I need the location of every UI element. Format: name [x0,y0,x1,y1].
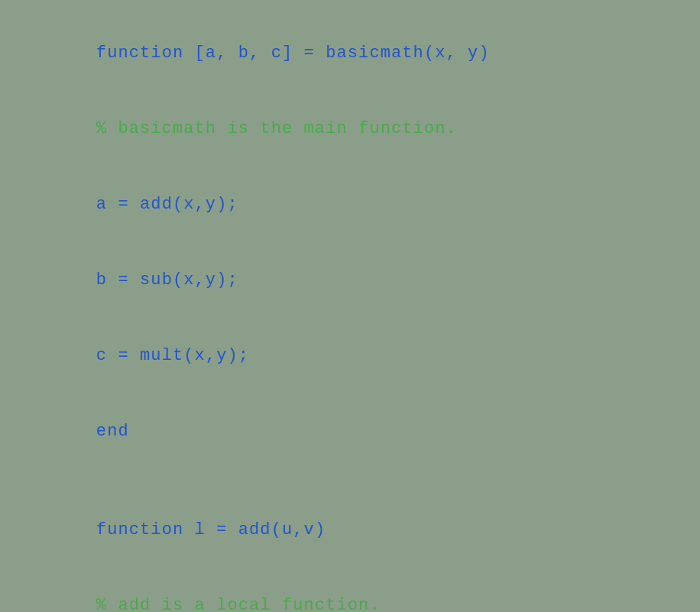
code-block-1: function [a, b, c] = basicmath(x, y) % b… [31,15,669,469]
code-block-2: function l = add(u,v) % add is a local f… [31,492,669,612]
keyword-function: function [96,520,183,539]
keyword-end: end [96,422,129,441]
code-line: function [a, b, c] = basicmath(x, y) [31,15,669,91]
code-text: a = add(x,y); [96,195,238,214]
code-line: a = add(x,y); [31,167,669,242]
code-line-comment: % add is a local function. [31,568,669,612]
code-line-comment: % basicmath is the main function. [31,91,669,167]
code-line-end: end [31,393,669,469]
code-line: c = mult(x,y); [31,318,669,393]
code-line: function l = add(u,v) [31,492,669,568]
comment-text: % add is a local function. [96,596,381,612]
keyword-function: function [96,44,183,63]
code-text: b = sub(x,y); [96,270,238,290]
code-container: function [a, b, c] = basicmath(x, y) % b… [0,0,700,612]
code-line: b = sub(x,y); [31,242,669,318]
comment-text: % basicmath is the main function. [96,119,457,138]
code-text: l = add(u,v) [183,520,326,539]
code-text: c = mult(x,y); [96,346,249,365]
code-text: [a, b, c] = basicmath(x, y) [183,44,489,63]
